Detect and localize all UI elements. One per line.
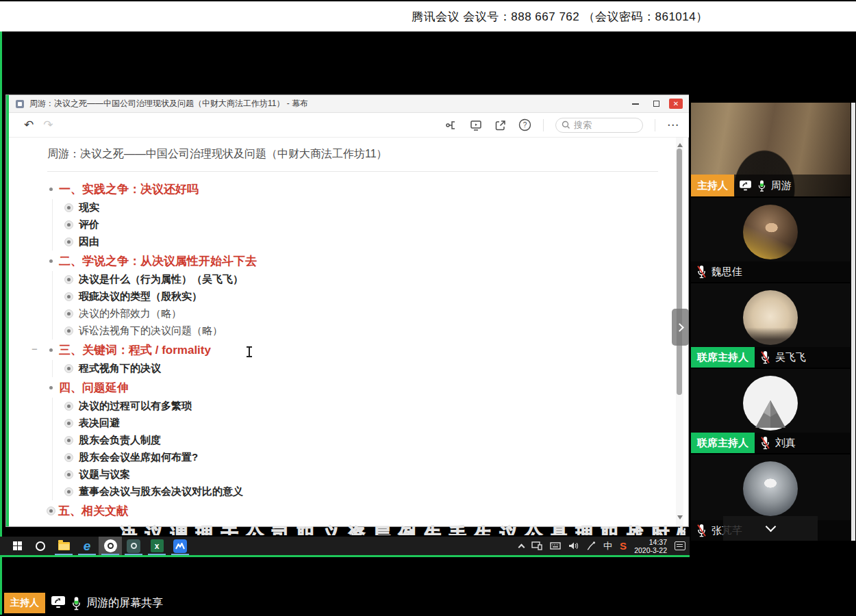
expand-panel-handle[interactable] xyxy=(672,309,689,346)
taskbar-clock[interactable]: 14:37 2020-3-22 xyxy=(634,538,667,554)
bullet-ring-icon[interactable] xyxy=(64,487,73,496)
outline-item[interactable]: 程式视角下的决议 xyxy=(64,360,677,377)
item-text[interactable]: 程式视角下的决议 xyxy=(79,362,161,375)
ink-pen-icon[interactable] xyxy=(586,541,596,551)
item-text[interactable]: 评价 xyxy=(79,218,99,231)
notification-center-icon[interactable] xyxy=(675,541,685,550)
participant-tile-weisijia[interactable]: 魏思佳 xyxy=(691,198,851,282)
search-input[interactable] xyxy=(574,120,635,130)
outline-section[interactable]: 四、问题延伸 xyxy=(47,377,677,398)
bullet-ring-icon[interactable] xyxy=(64,326,73,335)
taskbar-mubu[interactable] xyxy=(168,537,192,555)
bullet-icon[interactable] xyxy=(49,386,53,389)
minimize-button[interactable] xyxy=(625,95,646,112)
taskbar-edge[interactable]: e xyxy=(75,537,99,555)
taskbar-recorder-app[interactable] xyxy=(122,537,145,555)
cast-display-icon[interactable] xyxy=(531,541,542,550)
bullet-ring-icon[interactable] xyxy=(64,470,73,479)
scroll-down-icon[interactable] xyxy=(677,515,683,522)
section-heading[interactable]: 三、关键词：程式 / formality xyxy=(59,342,211,358)
bullet-ring-icon[interactable] xyxy=(64,220,73,229)
touch-keyboard-icon[interactable] xyxy=(550,542,561,550)
outline-item[interactable]: 董事会决议与股东会决议对比的意义 xyxy=(64,483,677,500)
scroll-up-icon[interactable] xyxy=(677,140,683,147)
redo-icon[interactable]: ↷ xyxy=(43,118,53,132)
outline-item[interactable]: 诉讼法视角下的决议问题（略） xyxy=(64,322,677,339)
document-title[interactable]: 周游：决议之死——中国公司治理现状及问题（中财大商法工作坊11） xyxy=(47,147,677,162)
more-icon[interactable]: ⋯ xyxy=(667,118,679,132)
outline-item[interactable]: 股东会会议坐席如何布置? xyxy=(64,449,677,466)
taskbar-meeting-app[interactable] xyxy=(99,537,122,555)
cortana-button[interactable] xyxy=(29,537,52,555)
item-text[interactable]: 诉讼法视角下的决议问题（略） xyxy=(79,324,223,337)
item-text[interactable]: 决议的过程可以有多繁琐 xyxy=(79,400,192,413)
outline-item[interactable]: 决议的过程可以有多繁琐 xyxy=(64,398,677,415)
bullet-ring-icon[interactable] xyxy=(64,292,73,301)
bullet-ring-icon[interactable] xyxy=(64,275,73,284)
hidden-icons-chevron[interactable] xyxy=(519,543,524,550)
item-text[interactable]: 股东会负责人制度 xyxy=(79,434,161,447)
start-button[interactable] xyxy=(5,537,29,555)
collapse-icon[interactable]: − xyxy=(32,344,38,354)
collapse-videos-popup[interactable] xyxy=(723,516,818,541)
item-text[interactable]: 决议是什么（行为属性）（吴飞飞） xyxy=(79,273,243,286)
outline-section[interactable]: 一、实践之争：决议还好吗 xyxy=(47,179,677,199)
item-text[interactable]: 瑕疵决议的类型（殷秋实） xyxy=(79,290,202,303)
section-heading[interactable]: 五、相关文献 xyxy=(58,503,128,519)
bullet-ring-icon[interactable] xyxy=(64,238,73,246)
outline-item[interactable]: 因由 xyxy=(64,233,677,251)
outline-item[interactable]: 表决回避 xyxy=(64,415,677,432)
mindmap-icon[interactable] xyxy=(444,118,457,131)
scrollbar-thumb[interactable] xyxy=(677,149,682,395)
item-text[interactable]: 议题与议案 xyxy=(79,468,130,481)
participant-tile-zhangrenqian[interactable]: 张芃芊 xyxy=(691,454,851,541)
outline-section[interactable]: 二、学说之争：从决议属性开始斗下去 xyxy=(47,251,677,271)
bullet-icon[interactable] xyxy=(49,259,53,263)
participant-tile-zhouyou[interactable]: 主持人 周游 xyxy=(691,103,851,196)
participant-tile-liuzhen[interactable]: 联席主持人 刘真 xyxy=(691,369,851,453)
outline-item[interactable]: 瑕疵决议的类型（殷秋实） xyxy=(64,288,677,305)
item-text[interactable]: 决议的外部效力（略） xyxy=(79,307,181,320)
search-box[interactable] xyxy=(555,118,643,133)
bullet-ring-icon[interactable] xyxy=(64,419,73,428)
item-text[interactable]: 因由 xyxy=(79,235,99,248)
undo-icon[interactable]: ↶ xyxy=(24,118,34,132)
outline-item[interactable]: 股东会负责人制度 xyxy=(64,432,677,449)
document-area[interactable]: 周游：决议之死——中国公司治理现状及问题（中财大商法工作坊11） 一、实践之争：… xyxy=(9,138,677,526)
sogou-icon[interactable]: S xyxy=(620,540,627,552)
bullet-ring-icon[interactable] xyxy=(64,436,73,445)
taskbar-excel[interactable]: x xyxy=(145,537,168,555)
window-titlebar[interactable]: 周游：决议之死——中国公司治理现状及问题（中财大商法工作坊11） - 幕布 ✕ xyxy=(9,95,689,113)
section-heading[interactable]: 二、学说之争：从决议属性开始斗下去 xyxy=(59,253,257,269)
outline-section[interactable]: 五、相关文献 xyxy=(47,500,677,521)
outline-item[interactable]: 议题与议案 xyxy=(64,466,677,483)
item-text[interactable]: 现实 xyxy=(79,201,99,214)
bullet-ring-icon[interactable] xyxy=(64,309,73,318)
item-text[interactable]: 董事会决议与股东会决议对比的意义 xyxy=(79,485,243,498)
close-button[interactable]: ✕ xyxy=(669,99,683,109)
bullet-ring-icon[interactable] xyxy=(64,203,73,212)
item-text[interactable]: 表决回避 xyxy=(79,417,120,430)
help-icon[interactable]: ? xyxy=(518,118,531,131)
section-heading[interactable]: 四、问题延伸 xyxy=(59,380,129,396)
outline-item[interactable]: 评价 xyxy=(64,216,677,233)
outline-item[interactable]: 决议的外部效力（略） xyxy=(64,305,677,322)
input-method-indicator[interactable]: 中 xyxy=(603,540,612,552)
section-heading[interactable]: 一、实践之争：决议还好吗 xyxy=(59,181,199,197)
taskbar-file-explorer[interactable] xyxy=(52,537,75,555)
item-text[interactable]: 股东会会议坐席如何布置? xyxy=(79,451,198,464)
outline-item[interactable]: 现实 xyxy=(64,199,677,216)
bullet-ring-icon[interactable] xyxy=(64,402,73,411)
bullet-icon[interactable] xyxy=(49,188,53,191)
participant-tile-wufeifei[interactable]: 联席主持人 吴飞飞 xyxy=(691,283,851,368)
bullet-ring-icon[interactable] xyxy=(47,506,55,515)
present-icon[interactable] xyxy=(469,118,482,131)
bullet-ring-icon[interactable] xyxy=(64,453,73,462)
sidebar-scrollbar[interactable] xyxy=(851,103,855,541)
maximize-button[interactable] xyxy=(646,95,666,112)
outline-section[interactable]: − 三、关键词：程式 / formality xyxy=(47,339,677,360)
volume-icon[interactable] xyxy=(568,541,579,550)
bullet-icon[interactable] xyxy=(49,348,53,352)
outline-item[interactable]: 决议是什么（行为属性）（吴飞飞） xyxy=(64,271,677,288)
export-icon[interactable] xyxy=(494,118,507,131)
